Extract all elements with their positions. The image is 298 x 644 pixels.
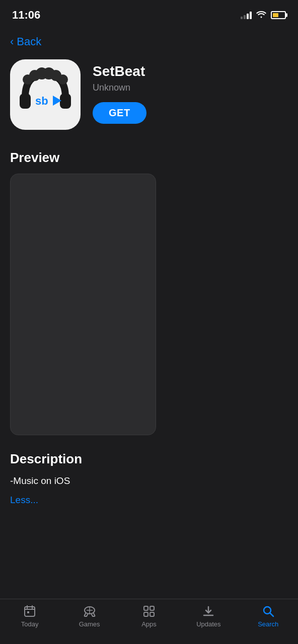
- back-label: Back: [17, 35, 41, 48]
- tab-games-label: Games: [79, 620, 100, 628]
- app-developer: Unknown: [93, 83, 288, 93]
- svg-text:sb: sb: [35, 95, 48, 107]
- app-icon: sb: [10, 59, 81, 130]
- svg-rect-0: [20, 94, 31, 109]
- svg-rect-10: [25, 607, 35, 616]
- status-bar: 11:06: [0, 0, 298, 27]
- battery-icon: [271, 11, 286, 19]
- search-icon: [261, 604, 275, 618]
- svg-rect-18: [144, 612, 148, 616]
- updates-icon: [201, 604, 215, 618]
- less-link[interactable]: Less...: [10, 495, 38, 505]
- svg-rect-19: [150, 612, 154, 616]
- signal-icon: [241, 11, 252, 19]
- tab-games[interactable]: Games: [69, 604, 110, 628]
- main-content: 11:06 ‹ Back: [0, 0, 298, 564]
- back-chevron-icon: ‹: [10, 36, 14, 47]
- app-icon-wrapper: sb: [10, 59, 81, 130]
- svg-rect-16: [144, 606, 148, 610]
- back-button[interactable]: ‹ Back: [0, 27, 298, 54]
- status-icons: [241, 10, 286, 20]
- tab-today[interactable]: Today: [10, 604, 50, 628]
- tab-updates-label: Updates: [196, 620, 220, 628]
- preview-title: Preview: [10, 150, 288, 166]
- svg-rect-17: [150, 606, 154, 610]
- svg-rect-1: [60, 94, 71, 109]
- tab-search[interactable]: Search: [248, 604, 288, 628]
- tab-apps-label: Apps: [141, 620, 157, 628]
- svg-line-21: [270, 613, 273, 617]
- tab-apps[interactable]: Apps: [129, 604, 169, 628]
- preview-section: Preview: [0, 150, 298, 439]
- tab-updates[interactable]: Updates: [188, 604, 229, 628]
- today-icon: [23, 604, 37, 618]
- preview-scroll[interactable]: [10, 174, 288, 439]
- svg-rect-14: [27, 611, 29, 613]
- get-button[interactable]: GET: [93, 102, 146, 124]
- games-icon: [83, 604, 97, 618]
- svg-point-7: [58, 74, 68, 85]
- app-info: SetBeat Unknown GET: [93, 59, 288, 124]
- app-header: sb SetBeat Unknown GET: [0, 54, 298, 140]
- apps-icon: [142, 604, 156, 618]
- tab-bar: Today Games Apps Updates: [0, 599, 298, 644]
- description-section: Description -Music on iOS Less...: [0, 439, 298, 514]
- preview-card-1: [10, 174, 156, 435]
- wifi-icon: [256, 10, 267, 20]
- description-text: -Music on iOS: [10, 474, 288, 489]
- status-time: 11:06: [12, 9, 40, 22]
- tab-search-label: Search: [258, 620, 278, 628]
- description-title: Description: [10, 451, 288, 467]
- tab-today-label: Today: [21, 620, 39, 628]
- app-name: SetBeat: [93, 63, 288, 79]
